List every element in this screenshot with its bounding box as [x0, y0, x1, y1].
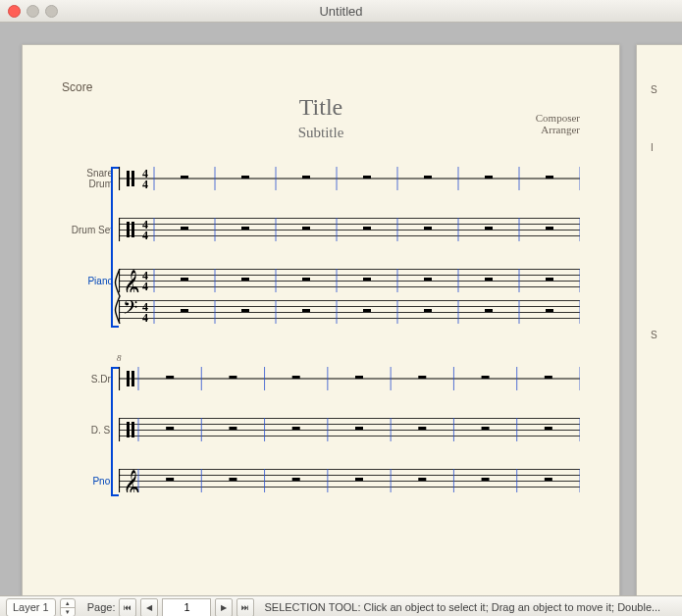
svg-rect-39: [424, 227, 432, 230]
svg-rect-85: [241, 309, 249, 312]
svg-rect-17: [127, 171, 130, 186]
svg-text:𝄞: 𝄞: [123, 470, 140, 492]
p2-inst3[interactable]: S: [651, 330, 682, 340]
svg-rect-66: [546, 278, 553, 281]
svg-rect-10: [181, 176, 188, 179]
svg-rect-63: [363, 278, 371, 281]
system-bracket: [111, 367, 119, 496]
arranger-text[interactable]: Arranger: [536, 124, 580, 135]
svg-rect-36: [241, 227, 249, 230]
svg-rect-107: [355, 376, 363, 379]
p2-score-label[interactable]: S: [651, 84, 682, 95]
page-1[interactable]: Score Title Subtitle Composer Arranger S…: [22, 44, 620, 595]
page-last-button[interactable]: ⏭: [236, 598, 254, 617]
window-titlebar: Untitled: [0, 0, 682, 23]
svg-rect-112: [131, 371, 134, 386]
svg-rect-90: [546, 309, 553, 312]
svg-text:4: 4: [142, 229, 148, 241]
svg-rect-86: [302, 309, 310, 312]
svg-text:4: 4: [142, 311, 148, 324]
svg-rect-84: [181, 309, 188, 312]
document-viewport[interactable]: Score Title Subtitle Composer Arranger S…: [0, 23, 682, 595]
svg-rect-61: [241, 278, 249, 281]
svg-rect-14: [424, 176, 432, 179]
svg-rect-109: [482, 376, 490, 379]
score-subtitle[interactable]: Subtitle: [62, 125, 580, 141]
svg-rect-111: [127, 371, 130, 386]
measure-number: 8: [117, 353, 122, 363]
svg-rect-151: [229, 478, 236, 481]
svg-rect-15: [485, 176, 493, 179]
svg-text:4: 4: [142, 178, 148, 190]
system-2[interactable]: S.Dr.8D. S.Pno.𝄞: [62, 367, 580, 492]
staff-row: 𝄢44: [62, 300, 580, 324]
svg-rect-131: [418, 427, 426, 430]
svg-rect-88: [424, 309, 432, 312]
staff-perc[interactable]: [119, 418, 580, 441]
svg-rect-134: [127, 422, 130, 437]
staff-row: Snare Drum44: [62, 167, 580, 190]
svg-rect-154: [418, 478, 426, 481]
staff-bass[interactable]: 𝄢44: [119, 300, 580, 324]
page-label: Page:: [87, 601, 116, 613]
svg-rect-129: [292, 427, 300, 430]
svg-rect-110: [545, 376, 552, 379]
svg-rect-60: [181, 278, 188, 281]
svg-rect-12: [302, 176, 310, 179]
page-prev-button[interactable]: ◀: [140, 598, 158, 617]
svg-rect-89: [485, 309, 493, 312]
staff-row: Piano𝄞44: [62, 269, 580, 292]
page-first-button[interactable]: ⏮: [119, 598, 136, 617]
score-title[interactable]: Title: [62, 94, 580, 121]
svg-text:4: 4: [142, 280, 148, 292]
svg-rect-106: [292, 376, 300, 379]
svg-rect-11: [241, 176, 249, 179]
svg-rect-18: [131, 171, 134, 186]
composer-text[interactable]: Composer: [536, 112, 580, 124]
svg-rect-128: [229, 427, 236, 430]
page-2[interactable]: S I S: [636, 44, 682, 595]
svg-rect-16: [546, 176, 553, 179]
staff-row: S.Dr.8: [62, 367, 580, 390]
svg-rect-35: [181, 227, 188, 230]
svg-text:𝄞: 𝄞: [123, 270, 140, 292]
status-bar: Layer 1 ▲▼ Page: ⏮ ◀ ▶ ⏭ SELECTION TOOL:…: [0, 595, 682, 616]
svg-rect-87: [363, 309, 371, 312]
svg-rect-41: [546, 227, 553, 230]
staff-perc[interactable]: 44: [119, 167, 580, 190]
layer-stepper[interactable]: ▲▼: [60, 598, 76, 617]
p2-inst1[interactable]: I: [651, 142, 682, 153]
svg-rect-65: [485, 278, 493, 281]
svg-rect-127: [166, 427, 174, 430]
staff-treble[interactable]: 𝄞44: [119, 269, 580, 292]
svg-rect-62: [302, 278, 310, 281]
svg-rect-38: [363, 227, 371, 230]
staff-treble[interactable]: 𝄞: [119, 469, 580, 492]
svg-rect-13: [363, 176, 371, 179]
svg-rect-37: [302, 227, 310, 230]
svg-rect-155: [482, 478, 490, 481]
system-1[interactable]: Snare Drum44Drum Set44Piano𝄞44𝄢44: [62, 167, 580, 324]
page-next-button[interactable]: ▶: [215, 598, 233, 617]
layer-select[interactable]: Layer 1: [6, 598, 56, 617]
staff-perc[interactable]: 44: [119, 218, 580, 241]
svg-rect-150: [166, 478, 174, 481]
svg-rect-156: [545, 478, 552, 481]
svg-rect-133: [545, 427, 552, 430]
svg-rect-104: [166, 376, 174, 379]
page-input[interactable]: [162, 598, 211, 617]
window-title: Untitled: [0, 4, 682, 19]
svg-rect-40: [485, 227, 493, 230]
layer-select-label: Layer 1: [13, 601, 49, 613]
svg-rect-152: [292, 478, 300, 481]
svg-rect-135: [131, 422, 134, 437]
svg-text:𝄢: 𝄢: [123, 300, 137, 323]
svg-rect-108: [418, 376, 426, 379]
score-label[interactable]: Score: [62, 80, 580, 94]
svg-rect-153: [355, 478, 363, 481]
svg-rect-132: [482, 427, 490, 430]
svg-rect-43: [131, 222, 134, 237]
staff-perc[interactable]: [119, 367, 580, 390]
staff-row: D. S.: [62, 418, 580, 441]
status-hint: SELECTION TOOL: Click an object to selec…: [260, 601, 682, 613]
